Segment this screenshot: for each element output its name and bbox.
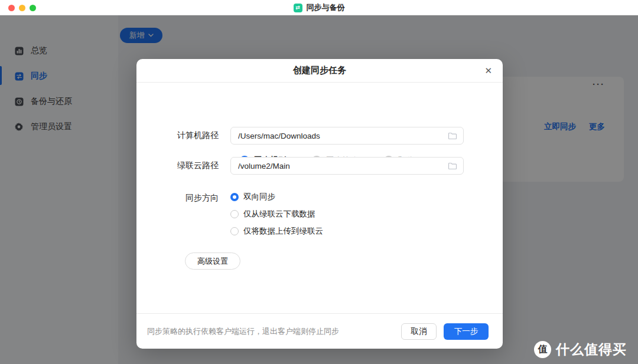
create-sync-task-dialog: 创建同步任务 ✕ 1 同步规则 2 同步策略 3 预览 计算机路径 绿联云路径 [136, 59, 503, 349]
sync-direction-label: 同步方向 [136, 193, 219, 204]
smzdm-watermark: 值 什么值得买 [534, 340, 627, 359]
radio-label: 仅将数据上传到绿联云 [243, 226, 323, 237]
close-icon[interactable]: ✕ [484, 59, 492, 83]
folder-browse-icon[interactable] [448, 132, 457, 142]
dialog-title: 创建同步任务 [293, 65, 346, 76]
radio-label: 双向同步 [243, 192, 275, 202]
cloud-path-input[interactable] [230, 157, 464, 175]
radio-label: 仅从绿联云下载数据 [243, 209, 315, 219]
dialog-footer: 同步策略的执行依赖客户端运行，退出客户端则停止同步 取消 下一步 [136, 313, 503, 349]
computer-path-label: 计算机路径 [136, 130, 219, 141]
sync-direction-group: 双向同步 仅从绿联云下载数据 仅将数据上传到绿联云 [230, 193, 323, 235]
cloud-path-label: 绿联云路径 [136, 160, 219, 171]
advanced-settings-button[interactable]: 高级设置 [185, 252, 240, 270]
cancel-button[interactable]: 取消 [401, 323, 437, 340]
footer-tip-text: 同步策略的执行依赖客户端运行，退出客户端则停止同步 [147, 326, 401, 337]
cloud-path-row: 绿联云路径 [136, 157, 503, 175]
next-step-button[interactable]: 下一步 [444, 323, 489, 340]
radio-upload-only[interactable]: 仅将数据上传到绿联云 [230, 227, 323, 235]
radio-selected-icon [230, 193, 239, 201]
titlebar: ⇄ 同步与备份 [0, 0, 638, 15]
app-sync-icon: ⇄ [294, 4, 302, 12]
dialog-header: 创建同步任务 ✕ [136, 59, 503, 83]
radio-unselected-icon [230, 227, 239, 235]
folder-browse-icon[interactable] [448, 162, 457, 172]
radio-bidirectional[interactable]: 双向同步 [230, 193, 323, 201]
window-title: 同步与备份 [307, 2, 345, 13]
computer-path-input[interactable] [230, 127, 464, 145]
computer-path-row: 计算机路径 [136, 127, 503, 145]
radio-download-only[interactable]: 仅从绿联云下载数据 [230, 210, 323, 218]
smzdm-watermark-text: 什么值得买 [556, 340, 627, 359]
radio-unselected-icon [230, 210, 239, 218]
smzdm-badge-icon: 值 [534, 341, 551, 358]
